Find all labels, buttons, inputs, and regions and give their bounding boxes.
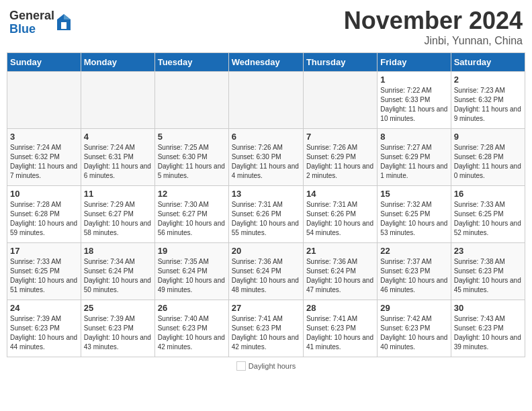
logo-icon bbox=[56, 13, 72, 32]
logo: General Blue bbox=[9, 9, 72, 36]
day-info: Sunrise: 7:43 AM Sunset: 6:23 PM Dayligh… bbox=[454, 314, 522, 352]
column-header-monday: Monday bbox=[81, 53, 154, 72]
column-header-saturday: Saturday bbox=[451, 53, 525, 72]
day-info: Sunrise: 7:42 AM Sunset: 6:23 PM Dayligh… bbox=[380, 314, 447, 352]
calendar-cell: 13Sunrise: 7:31 AM Sunset: 6:26 PM Dayli… bbox=[228, 186, 303, 243]
day-info: Sunrise: 7:33 AM Sunset: 6:25 PM Dayligh… bbox=[10, 257, 78, 295]
day-number: 6 bbox=[232, 132, 300, 142]
day-info: Sunrise: 7:31 AM Sunset: 6:26 PM Dayligh… bbox=[232, 200, 300, 238]
calendar-header-row: SundayMondayTuesdayWednesdayThursdayFrid… bbox=[7, 53, 525, 72]
day-info: Sunrise: 7:32 AM Sunset: 6:25 PM Dayligh… bbox=[380, 200, 447, 238]
column-header-tuesday: Tuesday bbox=[154, 53, 228, 72]
calendar-cell bbox=[7, 72, 81, 129]
calendar-footer: Daylight hours bbox=[7, 361, 525, 371]
calendar-cell bbox=[228, 72, 303, 129]
calendar-cell: 17Sunrise: 7:33 AM Sunset: 6:25 PM Dayli… bbox=[7, 243, 81, 300]
week-row-5: 24Sunrise: 7:39 AM Sunset: 6:23 PM Dayli… bbox=[7, 300, 525, 357]
day-info: Sunrise: 7:28 AM Sunset: 6:28 PM Dayligh… bbox=[10, 200, 78, 238]
day-info: Sunrise: 7:27 AM Sunset: 6:29 PM Dayligh… bbox=[380, 143, 447, 181]
day-info: Sunrise: 7:35 AM Sunset: 6:24 PM Dayligh… bbox=[158, 257, 226, 295]
calendar-cell: 30Sunrise: 7:43 AM Sunset: 6:23 PM Dayli… bbox=[451, 300, 525, 357]
calendar-cell: 22Sunrise: 7:37 AM Sunset: 6:23 PM Dayli… bbox=[378, 243, 451, 300]
day-number: 11 bbox=[84, 189, 152, 199]
column-header-thursday: Thursday bbox=[303, 53, 377, 72]
day-number: 19 bbox=[158, 246, 226, 256]
day-info: Sunrise: 7:41 AM Sunset: 6:23 PM Dayligh… bbox=[232, 314, 300, 352]
day-number: 5 bbox=[158, 132, 226, 142]
page-header: General Blue November 2024 Jinbi, Yunnan… bbox=[7, 7, 525, 47]
calendar-cell: 8Sunrise: 7:27 AM Sunset: 6:29 PM Daylig… bbox=[378, 129, 451, 186]
day-number: 2 bbox=[454, 75, 522, 85]
calendar-cell: 3Sunrise: 7:24 AM Sunset: 6:32 PM Daylig… bbox=[7, 129, 81, 186]
calendar-cell: 4Sunrise: 7:24 AM Sunset: 6:31 PM Daylig… bbox=[81, 129, 154, 186]
day-number: 20 bbox=[232, 246, 300, 256]
calendar-table: SundayMondayTuesdayWednesdayThursdayFrid… bbox=[7, 52, 525, 357]
day-info: Sunrise: 7:41 AM Sunset: 6:23 PM Dayligh… bbox=[306, 314, 374, 352]
day-info: Sunrise: 7:26 AM Sunset: 6:29 PM Dayligh… bbox=[306, 143, 374, 181]
day-number: 17 bbox=[10, 246, 78, 256]
calendar-cell: 7Sunrise: 7:26 AM Sunset: 6:29 PM Daylig… bbox=[303, 129, 377, 186]
day-number: 10 bbox=[10, 189, 78, 199]
day-info: Sunrise: 7:26 AM Sunset: 6:30 PM Dayligh… bbox=[232, 143, 300, 181]
calendar-cell: 14Sunrise: 7:31 AM Sunset: 6:26 PM Dayli… bbox=[303, 186, 377, 243]
calendar-cell: 9Sunrise: 7:28 AM Sunset: 6:28 PM Daylig… bbox=[451, 129, 525, 186]
day-number: 25 bbox=[84, 303, 152, 313]
column-header-wednesday: Wednesday bbox=[228, 53, 303, 72]
calendar-cell bbox=[81, 72, 154, 129]
calendar-cell: 15Sunrise: 7:32 AM Sunset: 6:25 PM Dayli… bbox=[378, 186, 451, 243]
day-info: Sunrise: 7:25 AM Sunset: 6:30 PM Dayligh… bbox=[158, 143, 226, 181]
day-number: 3 bbox=[10, 132, 78, 142]
day-info: Sunrise: 7:23 AM Sunset: 6:32 PM Dayligh… bbox=[454, 86, 522, 124]
calendar-cell: 27Sunrise: 7:41 AM Sunset: 6:23 PM Dayli… bbox=[228, 300, 303, 357]
calendar-cell: 24Sunrise: 7:39 AM Sunset: 6:23 PM Dayli… bbox=[7, 300, 81, 357]
calendar-cell: 26Sunrise: 7:40 AM Sunset: 6:23 PM Dayli… bbox=[154, 300, 228, 357]
day-info: Sunrise: 7:38 AM Sunset: 6:23 PM Dayligh… bbox=[454, 257, 522, 295]
month-title: November 2024 bbox=[344, 7, 523, 35]
day-number: 12 bbox=[158, 189, 226, 199]
column-header-friday: Friday bbox=[378, 53, 451, 72]
logo-blue: Blue bbox=[9, 23, 54, 36]
week-row-1: 1Sunrise: 7:22 AM Sunset: 6:33 PM Daylig… bbox=[7, 72, 525, 129]
day-number: 15 bbox=[380, 189, 447, 199]
calendar-cell: 21Sunrise: 7:36 AM Sunset: 6:24 PM Dayli… bbox=[303, 243, 377, 300]
day-info: Sunrise: 7:24 AM Sunset: 6:32 PM Dayligh… bbox=[10, 143, 78, 181]
calendar-cell: 11Sunrise: 7:29 AM Sunset: 6:27 PM Dayli… bbox=[81, 186, 154, 243]
calendar-cell: 12Sunrise: 7:30 AM Sunset: 6:27 PM Dayli… bbox=[154, 186, 228, 243]
calendar-cell: 5Sunrise: 7:25 AM Sunset: 6:30 PM Daylig… bbox=[154, 129, 228, 186]
week-row-4: 17Sunrise: 7:33 AM Sunset: 6:25 PM Dayli… bbox=[7, 243, 525, 300]
calendar-cell: 10Sunrise: 7:28 AM Sunset: 6:28 PM Dayli… bbox=[7, 186, 81, 243]
day-number: 1 bbox=[380, 75, 447, 85]
logo-general: General bbox=[9, 9, 54, 23]
calendar-cell: 2Sunrise: 7:23 AM Sunset: 6:32 PM Daylig… bbox=[451, 72, 525, 129]
calendar-cell: 28Sunrise: 7:41 AM Sunset: 6:23 PM Dayli… bbox=[303, 300, 377, 357]
day-info: Sunrise: 7:33 AM Sunset: 6:25 PM Dayligh… bbox=[454, 200, 522, 238]
column-header-sunday: Sunday bbox=[7, 53, 81, 72]
day-info: Sunrise: 7:37 AM Sunset: 6:23 PM Dayligh… bbox=[380, 257, 447, 295]
svg-rect-2 bbox=[61, 22, 66, 29]
day-number: 7 bbox=[306, 132, 374, 142]
day-number: 30 bbox=[454, 303, 522, 313]
day-info: Sunrise: 7:39 AM Sunset: 6:23 PM Dayligh… bbox=[10, 314, 78, 352]
day-info: Sunrise: 7:29 AM Sunset: 6:27 PM Dayligh… bbox=[84, 200, 152, 238]
calendar-cell: 23Sunrise: 7:38 AM Sunset: 6:23 PM Dayli… bbox=[451, 243, 525, 300]
location: Jinbi, Yunnan, China bbox=[344, 35, 523, 47]
day-info: Sunrise: 7:39 AM Sunset: 6:23 PM Dayligh… bbox=[84, 314, 152, 352]
day-number: 14 bbox=[306, 189, 374, 199]
day-number: 9 bbox=[454, 132, 522, 142]
day-info: Sunrise: 7:28 AM Sunset: 6:28 PM Dayligh… bbox=[454, 143, 522, 181]
calendar-cell: 19Sunrise: 7:35 AM Sunset: 6:24 PM Dayli… bbox=[154, 243, 228, 300]
day-number: 18 bbox=[84, 246, 152, 256]
day-number: 16 bbox=[454, 189, 522, 199]
week-row-3: 10Sunrise: 7:28 AM Sunset: 6:28 PM Dayli… bbox=[7, 186, 525, 243]
day-number: 13 bbox=[232, 189, 300, 199]
day-number: 24 bbox=[10, 303, 78, 313]
day-info: Sunrise: 7:31 AM Sunset: 6:26 PM Dayligh… bbox=[306, 200, 374, 238]
svg-marker-1 bbox=[64, 14, 71, 19]
day-number: 29 bbox=[380, 303, 447, 313]
calendar-cell: 6Sunrise: 7:26 AM Sunset: 6:30 PM Daylig… bbox=[228, 129, 303, 186]
calendar-cell: 25Sunrise: 7:39 AM Sunset: 6:23 PM Dayli… bbox=[81, 300, 154, 357]
day-number: 8 bbox=[380, 132, 447, 142]
day-info: Sunrise: 7:34 AM Sunset: 6:24 PM Dayligh… bbox=[84, 257, 152, 295]
calendar-cell: 29Sunrise: 7:42 AM Sunset: 6:23 PM Dayli… bbox=[378, 300, 451, 357]
logo-text: General Blue bbox=[9, 9, 54, 36]
